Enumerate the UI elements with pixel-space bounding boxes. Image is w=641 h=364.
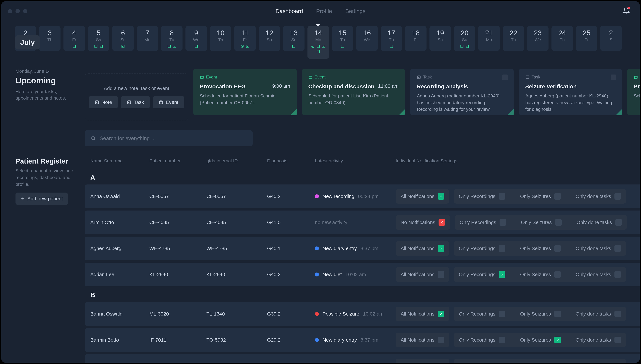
card-title: Seizure verification [525,83,577,90]
cal-day-dow: S [610,37,612,42]
calendar-day[interactable]: 8Tu [161,26,182,51]
col-diagnosis: Diagnosis [267,158,315,164]
calendar-day[interactable]: 19Sa [430,26,451,51]
cal-day-dow: Tu [511,37,516,42]
calendar-day[interactable]: 6Su [112,26,134,51]
patient-row[interactable]: Bagnes Bauberg WE-4785 ZT-4785 G40.1 Pos… [85,354,640,363]
calendar-day[interactable]: 16We [356,26,378,51]
cell-internal-id: KL-2940 [206,272,267,277]
calendar-day[interactable]: 14Mo [308,26,329,59]
task-checkbox[interactable] [502,74,508,80]
patient-row[interactable]: Anna Oswald CE-0057 CE-0057 G40.2 New re… [85,184,640,208]
calendar-day[interactable]: 17Th [381,26,402,51]
checkbox[interactable] [499,271,505,278]
checkbox[interactable] [500,219,506,226]
checkbox[interactable] [554,310,561,317]
checkbox[interactable] [614,310,621,317]
calendar-day[interactable]: 24Th [552,26,573,51]
event-card[interactable]: Eve Provok Sched (Patien [627,68,640,116]
notif-sei-label: Only Seizures [520,246,551,251]
patient-row[interactable]: Armin Otto CE-4685 CE-4685 G41.0 no new … [85,210,640,234]
patient-row[interactable]: Agnes Auberg WE-4785 WE-4785 G40.1 New d… [85,236,640,260]
calendar-day[interactable]: 18Fr [405,26,426,51]
patient-row[interactable]: Adrian Lee KL-2940 KL-2940 G40.2 New die… [85,262,640,286]
tab-profile[interactable]: Profile [316,8,332,14]
tab-settings[interactable]: Settings [345,8,366,14]
calendar-day[interactable]: 9We [186,26,207,51]
checkbox[interactable] [499,193,505,200]
cal-day-dow: Mo [486,37,492,42]
calendar-day[interactable]: 5Sa [88,26,109,51]
calendar-day[interactable]: 2S [600,26,622,51]
patient-row[interactable]: Barmin Botto IF-7011 TO-5932 G29.2 New d… [85,328,640,352]
calendar-day[interactable]: 21Mo [478,26,500,51]
search-input[interactable] [100,135,247,142]
calendar-day[interactable]: 22Tu [503,26,524,51]
checkbox[interactable] [438,310,444,317]
notif-done-label: Only done tasks [576,246,611,251]
calendar-day[interactable]: 4Fr [64,26,85,51]
checkbox[interactable] [615,219,622,226]
checkbox[interactable] [554,193,561,200]
calendar-day[interactable]: 10Th [210,26,231,51]
activity-dot-icon [315,194,319,198]
add-patient-button[interactable]: Add new patient [16,192,68,205]
notif-sei-label: Only Seizures [520,272,551,277]
checkbox[interactable] [499,310,505,317]
calendar-day[interactable]: 11Fr [234,26,256,51]
card-title: Provocation EEG [200,83,246,90]
checkbox[interactable] [554,245,561,252]
cal-day-number: 12 [266,29,273,37]
checkbox[interactable] [438,271,444,278]
cal-day-number: 8 [170,29,174,37]
calendar-day[interactable]: 25Fr [576,26,597,51]
checkbox[interactable] [438,219,445,226]
calendar-day[interactable]: 23We [527,26,548,51]
cell-name: Armin Otto [90,220,149,225]
add-task-button[interactable]: Task [121,96,150,108]
notif-all-label: All Notifications [400,311,434,317]
checkbox[interactable] [499,245,505,252]
svg-rect-21 [128,101,131,104]
checkbox[interactable] [614,271,621,278]
add-event-button[interactable]: Event [153,96,184,108]
activity-time: 10:02 am [346,272,366,277]
checkbox[interactable] [554,337,561,343]
checkbox[interactable] [438,245,444,252]
task-card[interactable]: Task Seizure verification Agnes Auberg (… [519,68,622,116]
svg-rect-1 [95,45,97,48]
event-card[interactable]: Event Checkup and discussion11:00 am Sch… [302,68,405,116]
task-checkbox[interactable] [611,74,616,80]
calendar-day[interactable]: 13Su [283,26,304,51]
checkbox[interactable] [438,337,444,343]
add-note-button[interactable]: Note [89,96,118,108]
checkbox[interactable] [499,337,505,343]
calendar-day[interactable]: 3Th [39,26,60,51]
checkbox[interactable] [614,245,621,252]
calendar-day[interactable]: 20Su [454,26,475,51]
calendar-day[interactable]: 7Mo [137,26,158,51]
checkbox[interactable] [555,219,562,226]
cell-diagnosis: G40.2 [267,194,315,199]
search-box[interactable] [85,130,252,146]
checkbox[interactable] [614,193,621,200]
checkbox[interactable] [614,337,621,343]
cal-day-number: 15 [339,29,346,37]
col-notification-settings: Individual Notification Settings [396,158,640,164]
checkbox[interactable] [554,271,561,278]
event-card[interactable]: Event Provocation EEG9:00 am Scheduled f… [193,68,297,116]
svg-rect-22 [160,101,163,104]
window-controls[interactable] [8,9,27,13]
notifications-bell[interactable] [622,7,630,15]
add-patient-label: Add new patient [27,196,63,202]
patient-row[interactable]: Banna Oswald ML-3020 TL-1340 G39.2 Possi… [85,302,640,326]
checkbox[interactable] [438,193,444,200]
tab-dashboard[interactable]: Dashboard [276,8,303,14]
calendar-day[interactable]: 15Tu [332,26,353,51]
cal-day-dow: Mo [144,37,150,42]
notif-done-label: Only done tasks [576,272,611,277]
task-card[interactable]: Task Recording analysis Agnes Auberg (pa… [410,68,514,116]
calendar-day[interactable]: 12Sa [259,26,280,51]
cal-day-dow: We [193,37,200,42]
cal-day-number: 2 [609,29,613,37]
